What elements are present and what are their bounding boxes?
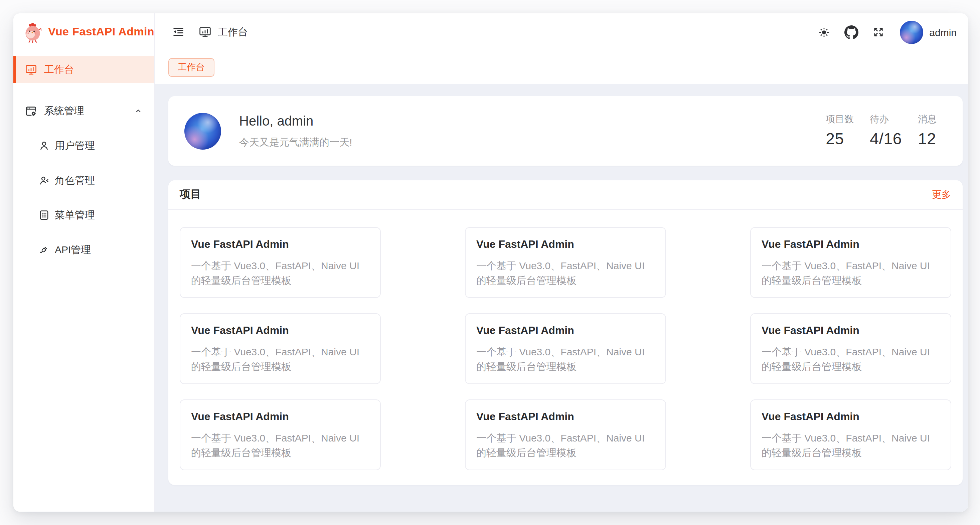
stats: 项目数 25 待办 4/16 消息 12 (826, 113, 946, 148)
breadcrumb-label: 工作台 (218, 26, 248, 38)
stat-value: 12 (918, 130, 946, 148)
welcome-title: Hello, admin (239, 113, 352, 129)
sidebar-item-label: 角色管理 (55, 174, 95, 187)
projects-header: 项目 更多 (169, 180, 963, 210)
stat-item: 消息 12 (918, 113, 946, 148)
stat-item: 待办 4/16 (870, 113, 902, 148)
tag-workbench[interactable]: 工作台 (169, 58, 214, 77)
projects-card: 项目 更多 Vue FastAPI Admin 一个基于 Vue3.0、Fast… (169, 180, 963, 485)
sidebar-group-system: 系统管理 用户管理 (13, 97, 154, 271)
plug-icon (38, 244, 50, 256)
project-title: Vue FastAPI Admin (476, 325, 655, 337)
projects-title: 项目 (180, 188, 201, 202)
stat-label: 待办 (870, 113, 902, 126)
expand-icon (872, 26, 885, 38)
project-description: 一个基于 Vue3.0、FastAPI、Naive UI 的轻量级后台管理模板 (762, 258, 940, 288)
chevron-up-icon (134, 106, 143, 116)
header: 工作台 (155, 13, 968, 51)
project-title: Vue FastAPI Admin (476, 239, 655, 250)
stat-item: 项目数 25 (826, 113, 854, 148)
sidebar-collapse-button[interactable] (168, 21, 189, 43)
sidebar-item-label: 菜单管理 (55, 209, 95, 221)
projects-grid: Vue FastAPI Admin 一个基于 Vue3.0、FastAPI、Na… (169, 210, 963, 470)
project-title: Vue FastAPI Admin (191, 325, 369, 337)
stat-label: 消息 (918, 113, 946, 126)
main-area: 工作台 (155, 13, 968, 512)
project-card[interactable]: Vue FastAPI Admin 一个基于 Vue3.0、FastAPI、Na… (180, 313, 381, 384)
app-title: Vue FastAPI Admin (48, 25, 154, 39)
tags-bar: 工作台 (155, 51, 968, 84)
app-window: Vue FastAPI Admin 工作台 (13, 13, 968, 512)
sidebar-item-label: 系统管理 (44, 105, 84, 117)
welcome-card: Hello, admin 今天又是元气满满的一天! 项目数 25 待办 4/16… (169, 96, 963, 165)
sidebar-item-users[interactable]: 用户管理 (13, 132, 154, 159)
window-gear-icon (25, 105, 37, 117)
sidebar-item-label: 工作台 (44, 63, 74, 76)
project-description: 一个基于 Vue3.0、FastAPI、Naive UI 的轻量级后台管理模板 (191, 258, 369, 288)
stat-value: 25 (826, 130, 854, 148)
profile-avatar (185, 113, 221, 149)
project-card[interactable]: Vue FastAPI Admin 一个基于 Vue3.0、FastAPI、Na… (750, 399, 951, 470)
sidebar-item-label: API管理 (55, 243, 91, 256)
project-title: Vue FastAPI Admin (191, 239, 369, 250)
project-description: 一个基于 Vue3.0、FastAPI、Naive UI 的轻量级后台管理模板 (762, 345, 940, 374)
app-logo[interactable]: Vue FastAPI Admin (13, 13, 154, 51)
project-description: 一个基于 Vue3.0、FastAPI、Naive UI 的轻量级后台管理模板 (476, 345, 655, 374)
sidebar-item-roles[interactable]: 角色管理 (13, 167, 154, 194)
monitor-chart-icon (199, 25, 212, 39)
github-button[interactable] (840, 21, 862, 43)
welcome-text: Hello, admin 今天又是元气满满的一天! (239, 113, 352, 149)
project-description: 一个基于 Vue3.0、FastAPI、Naive UI 的轻量级后台管理模板 (762, 431, 940, 460)
project-title: Vue FastAPI Admin (476, 411, 655, 423)
stat-value: 4/16 (870, 130, 902, 148)
stat-label: 项目数 (826, 113, 854, 126)
project-card[interactable]: Vue FastAPI Admin 一个基于 Vue3.0、FastAPI、Na… (465, 227, 666, 298)
content: Hello, admin 今天又是元气满满的一天! 项目数 25 待办 4/16… (155, 84, 968, 512)
project-card[interactable]: Vue FastAPI Admin 一个基于 Vue3.0、FastAPI、Na… (750, 313, 951, 384)
project-title: Vue FastAPI Admin (762, 411, 940, 423)
person-icon (38, 140, 50, 152)
header-actions: admin (807, 21, 959, 44)
project-description: 一个基于 Vue3.0、FastAPI、Naive UI 的轻量级后台管理模板 (191, 345, 369, 374)
sidebar-item-api[interactable]: API管理 (13, 237, 154, 263)
project-description: 一个基于 Vue3.0、FastAPI、Naive UI 的轻量级后台管理模板 (476, 431, 655, 460)
sidebar-menu: 工作台 系统管理 (13, 51, 154, 271)
workbench-icon (25, 63, 37, 76)
sidebar-item-menus[interactable]: 菜单管理 (13, 202, 154, 228)
sidebar-item-workbench[interactable]: 工作台 (13, 56, 154, 83)
project-description: 一个基于 Vue3.0、FastAPI、Naive UI 的轻量级后台管理模板 (191, 431, 369, 460)
project-card[interactable]: Vue FastAPI Admin 一个基于 Vue3.0、FastAPI、Na… (465, 313, 666, 384)
username[interactable]: admin (929, 26, 957, 38)
project-description: 一个基于 Vue3.0、FastAPI、Naive UI 的轻量级后台管理模板 (476, 258, 655, 288)
menu-fold-icon (172, 25, 185, 39)
sun-icon (817, 26, 830, 38)
project-title: Vue FastAPI Admin (191, 411, 369, 423)
person-arrow-icon (38, 174, 50, 186)
project-card[interactable]: Vue FastAPI Admin 一个基于 Vue3.0、FastAPI、Na… (180, 399, 381, 470)
sidebar-item-label: 用户管理 (55, 139, 95, 152)
user-avatar[interactable] (900, 21, 923, 44)
list-icon (38, 209, 50, 221)
sidebar-item-system[interactable]: 系统管理 (13, 97, 154, 124)
theme-toggle-button[interactable] (813, 21, 834, 43)
project-title: Vue FastAPI Admin (762, 239, 940, 250)
sidebar: Vue FastAPI Admin 工作台 (13, 13, 155, 512)
project-card[interactable]: Vue FastAPI Admin 一个基于 Vue3.0、FastAPI、Na… (750, 227, 951, 298)
github-icon (844, 25, 858, 39)
more-link[interactable]: 更多 (932, 188, 951, 201)
welcome-subtitle: 今天又是元气满满的一天! (239, 136, 352, 149)
fullscreen-button[interactable] (868, 21, 889, 43)
breadcrumb[interactable]: 工作台 (199, 25, 248, 39)
project-card[interactable]: Vue FastAPI Admin 一个基于 Vue3.0、FastAPI、Na… (465, 399, 666, 470)
chick-logo-icon (24, 22, 41, 42)
project-title: Vue FastAPI Admin (762, 325, 940, 337)
project-card[interactable]: Vue FastAPI Admin 一个基于 Vue3.0、FastAPI、Na… (180, 227, 381, 298)
